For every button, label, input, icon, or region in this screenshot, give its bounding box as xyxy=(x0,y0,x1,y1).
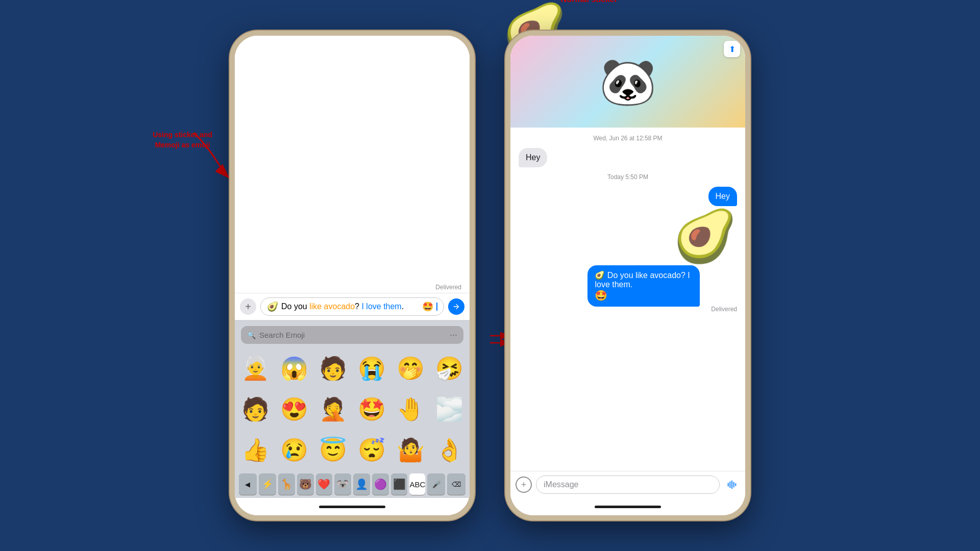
emoji-cell[interactable]: 😴 xyxy=(352,432,391,468)
emoji-cell[interactable]: 🤩 xyxy=(352,391,391,428)
sticker-image-area: 🐼 ⬆ xyxy=(510,36,745,128)
phone1-home-indicator xyxy=(235,498,470,515)
search-icon: 🔍 xyxy=(247,331,255,339)
keyboard-back-button[interactable]: ◀ xyxy=(239,473,257,495)
phone2-plus-button[interactable]: + xyxy=(516,477,532,493)
phone1-messages-area: Delivered + 🥑 Do you like avocado? I lov… xyxy=(235,36,470,498)
emoji-grid-row1: 🧑‍🦳 😱 🧑 😭 🤭 🤧 xyxy=(235,348,470,389)
keyboard-bottom-bar: ◀ ⚡ 🦒 🐻 ❤️ 🐨 👤 🟣 ⬛ ABC 🎤 ⌫ xyxy=(235,470,470,498)
timestamp-2: Today 5:50 PM xyxy=(519,173,737,181)
text-cursor xyxy=(436,303,437,311)
emoji-cell[interactable]: 🤧 xyxy=(430,350,469,387)
emoji-grid-row3: 👍 😢 😇 😴 🤷 👌 xyxy=(235,430,470,470)
emoji-cell[interactable]: 😱 xyxy=(275,350,313,387)
home-bar-2 xyxy=(595,506,661,508)
emoji-cell[interactable]: 🤚 xyxy=(391,391,430,428)
keyboard-koala-emoji[interactable]: 🐨 xyxy=(334,473,351,495)
normal-sticker-label: Normal sticker xyxy=(561,0,618,4)
delete-button[interactable]: ⌫ xyxy=(447,473,465,495)
emoji-cell[interactable]: 😢 xyxy=(275,432,313,468)
emoji-grid-row2: 🧑 😍 🤦 🤩 🤚 🌫️ xyxy=(235,389,470,430)
phone2-delivered: Delivered xyxy=(587,306,737,313)
emoji-cell[interactable]: 😍 xyxy=(275,391,313,428)
phone1-delivered: Delivered xyxy=(235,282,470,293)
emoji-cell[interactable]: 🤷 xyxy=(391,432,430,468)
home-bar xyxy=(319,506,385,508)
svg-rect-6 xyxy=(729,482,730,488)
scene: 🥑 Normal sticker Using sticker andMemoji… xyxy=(0,0,980,551)
emoji-cell[interactable]: 🤭 xyxy=(391,350,430,387)
phone2-wrapper: 🐼 ⬆ Wed, Jun 26 at 12:58 PM Hey Today 5:… xyxy=(505,31,750,520)
phone1-wrapper: 🥑 Normal sticker Using sticker andMemoji… xyxy=(230,31,475,520)
phone2-screen: 🐼 ⬆ Wed, Jun 26 at 12:58 PM Hey Today 5:… xyxy=(510,36,745,515)
bubble-hey-sent: Hey xyxy=(708,187,737,206)
compose-memoji-emoji: 🤩 xyxy=(422,301,433,312)
keyboard-giraffe-emoji[interactable]: 🦒 xyxy=(278,473,295,495)
phone2-imessage-input[interactable]: iMessage xyxy=(536,475,720,494)
abc-button[interactable]: ABC xyxy=(409,473,425,495)
compose-message-text: Do you like avocado? I love them. xyxy=(281,302,419,311)
keyboard-special-button[interactable]: ⚡ xyxy=(259,473,277,495)
emoji-search-placeholder: Search Emoji xyxy=(259,331,305,339)
emoji-cell[interactable]: 😇 xyxy=(313,432,352,468)
emoji-cell[interactable]: 🌫️ xyxy=(430,391,469,428)
emoji-cell[interactable]: 🧑 xyxy=(313,350,352,387)
avocado-message-container: 🥑 Do you like avocado? I love them. 🤩 De… xyxy=(587,265,737,313)
emoji-cell[interactable]: 🧑 xyxy=(236,391,275,428)
phone1-screen: Delivered + 🥑 Do you like avocado? I lov… xyxy=(235,36,470,515)
audio-button[interactable] xyxy=(724,477,740,493)
send-button[interactable] xyxy=(448,298,464,315)
phone2: 🐼 ⬆ Wed, Jun 26 at 12:58 PM Hey Today 5:… xyxy=(505,31,750,520)
emoji-cell[interactable]: 🤦 xyxy=(313,391,352,428)
compose-input[interactable]: 🥑 Do you like avocado? I love them. 🤩 xyxy=(260,297,444,316)
keyboard-person2-emoji[interactable]: 🟣 xyxy=(372,473,389,495)
panda-sticker-emoji: 🐼 xyxy=(599,55,656,109)
using-sticker-label: Using sticker andMemoji as emoji xyxy=(143,130,222,150)
keyboard-square-emoji[interactable]: ⬛ xyxy=(391,473,408,495)
microphone-button[interactable]: 🎤 xyxy=(427,473,445,495)
keyboard-bear-emoji[interactable]: 🐻 xyxy=(297,473,314,495)
phone2-compose: + iMessage xyxy=(510,471,745,498)
bubble-hey-received: Hey xyxy=(519,148,547,167)
emoji-keyboard: 🔍 Search Emoji ··· 🧑‍🦳 😱 🧑 😭 🤭 xyxy=(235,320,470,498)
timestamp-1: Wed, Jun 26 at 12:58 PM xyxy=(519,135,737,142)
more-button[interactable]: ··· xyxy=(450,330,457,340)
svg-rect-8 xyxy=(733,482,734,488)
messages-list: Wed, Jun 26 at 12:58 PM Hey Today 5:50 P… xyxy=(510,128,745,471)
phone2-home-indicator xyxy=(510,498,745,515)
compose-avocado-emoji: 🥑 xyxy=(267,301,278,312)
compose-plus-button[interactable]: + xyxy=(240,298,256,315)
svg-rect-9 xyxy=(735,483,736,486)
keyboard-person1-emoji[interactable]: 👤 xyxy=(353,473,370,495)
svg-rect-5 xyxy=(728,483,729,486)
emoji-search-input[interactable]: 🔍 Search Emoji ··· xyxy=(241,326,463,344)
phone1: Delivered + 🥑 Do you like avocado? I lov… xyxy=(230,31,475,520)
emoji-cell[interactable]: 🧑‍🦳 xyxy=(236,350,275,387)
emoji-search-bar: 🔍 Search Emoji ··· xyxy=(235,321,470,348)
share-button[interactable]: ⬆ xyxy=(724,41,740,57)
avocado-image-message: 🥑 xyxy=(673,210,737,261)
svg-rect-7 xyxy=(731,481,732,489)
emoji-cell[interactable]: 😭 xyxy=(352,350,391,387)
imessage-placeholder: iMessage xyxy=(544,480,578,489)
emoji-cell[interactable]: 👍 xyxy=(236,432,275,468)
bubble-avocado-text: 🥑 Do you like avocado? I love them. 🤩 xyxy=(587,265,699,307)
emoji-cell[interactable]: 👌 xyxy=(430,432,469,468)
compose-area: + 🥑 Do you like avocado? I love them. 🤩 xyxy=(235,293,470,320)
keyboard-heart-emoji[interactable]: ❤️ xyxy=(316,473,333,495)
